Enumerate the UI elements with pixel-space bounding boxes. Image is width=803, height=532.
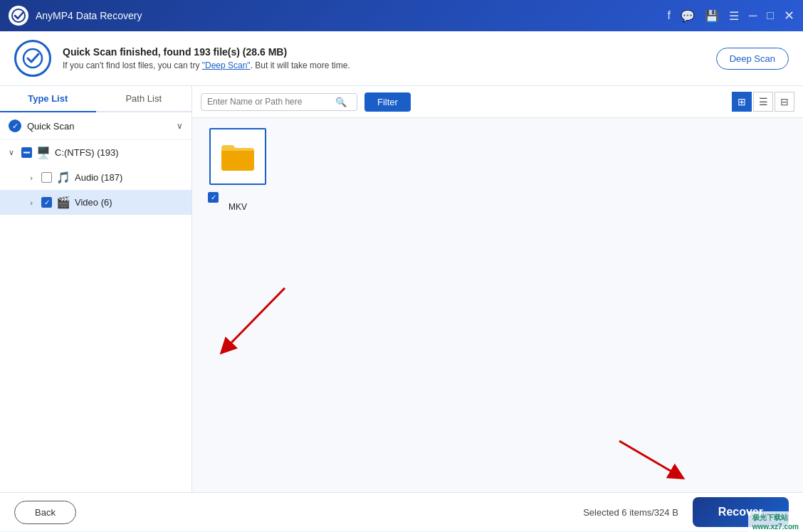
message-icon[interactable]: 💬 — [681, 9, 695, 23]
tab-path-list[interactable]: Path List — [96, 86, 192, 112]
scan-complete-icon — [14, 40, 51, 77]
drive-icon: 🖥️ — [36, 146, 51, 159]
titlebar-controls: f 💬 💾 ☰ ─ □ ✕ — [668, 8, 794, 23]
scan-mode-row[interactable]: ✓ Quick Scan ∨ — [0, 112, 191, 140]
drive-item[interactable]: ∨ 🖥️ C:(NTFS) (193) — [0, 140, 191, 165]
sidebar: Type List Path List ✓ Quick Scan ∨ ∨ 🖥️ … — [0, 86, 192, 492]
search-box[interactable]: 🔍 — [201, 93, 357, 111]
bottom-bar: Back Selected 6 items/324 B Recover — [0, 492, 803, 531]
minimize-icon[interactable]: ─ — [749, 9, 757, 22]
sidebar-tabs: Type List Path List — [0, 86, 191, 112]
file-thumbnail — [209, 128, 266, 185]
content-toolbar: 🔍 Filter ⊞ ☰ ⊟ — [192, 86, 803, 118]
video-icon: 🎬 — [56, 196, 70, 209]
scan-mode-check-icon: ✓ — [9, 119, 21, 132]
file-grid: ✓ MKV — [192, 118, 803, 492]
facebook-icon[interactable]: f — [668, 9, 671, 22]
search-icon: 🔍 — [335, 97, 347, 107]
deep-scan-button[interactable]: Deep Scan — [716, 48, 789, 70]
drive-label: C:(NTFS) (193) — [55, 147, 119, 158]
drive-checkbox[interactable] — [21, 147, 32, 158]
detail-view-button[interactable]: ⊟ — [775, 92, 794, 112]
drive-expand-icon: ∨ — [6, 148, 17, 157]
maximize-icon[interactable]: □ — [767, 9, 774, 22]
scan-mode-label: Quick Scan — [27, 121, 171, 132]
scan-hint: If you can't find lost files, you can tr… — [63, 60, 716, 70]
hint-after: . But it will take more time. — [251, 60, 350, 70]
view-mode-buttons: ⊞ ☰ ⊟ — [732, 92, 794, 112]
video-item[interactable]: › ✓ 🎬 Video (6) — [0, 190, 191, 215]
file-checkbox[interactable]: ✓ — [208, 192, 219, 203]
scan-header: Quick Scan finished, found 193 file(s) (… — [0, 31, 803, 86]
scan-result-text: Quick Scan finished, found 193 file(s) (… — [63, 46, 716, 70]
scan-title: Quick Scan finished, found 193 file(s) (… — [63, 46, 716, 58]
video-checkbox[interactable]: ✓ — [41, 197, 52, 208]
content-area: 🔍 Filter ⊞ ☰ ⊟ ✓ MKV — [192, 86, 803, 492]
svg-point-1 — [23, 49, 42, 68]
titlebar: AnyMP4 Data Recovery f 💬 💾 ☰ ─ □ ✕ — [0, 0, 803, 31]
search-input[interactable] — [207, 97, 335, 107]
hint-before: If you can't find lost files, you can tr… — [63, 60, 202, 70]
app-logo — [9, 6, 28, 26]
grid-view-button[interactable]: ⊞ — [732, 92, 752, 112]
audio-checkbox[interactable] — [41, 172, 52, 183]
status-text: Selected 6 items/324 B — [76, 507, 678, 518]
svg-point-0 — [12, 9, 25, 22]
audio-icon: 🎵 — [56, 171, 70, 184]
filter-button[interactable]: Filter — [364, 92, 411, 112]
video-label: Video (6) — [75, 197, 112, 208]
audio-expand-icon: › — [26, 174, 37, 182]
file-label: MKV — [229, 202, 247, 212]
deep-scan-link[interactable]: "Deep Scan" — [202, 60, 251, 70]
tab-type-list[interactable]: Type List — [0, 86, 96, 112]
close-icon[interactable]: ✕ — [784, 8, 794, 23]
menu-icon[interactable]: ☰ — [729, 9, 739, 23]
back-button[interactable]: Back — [14, 501, 76, 524]
scan-mode-chevron-icon: ∨ — [177, 121, 183, 131]
file-item-mkv[interactable]: ✓ MKV — [202, 128, 273, 212]
watermark: 极光下载站www.xz7.com — [748, 511, 803, 532]
audio-item[interactable]: › 🎵 Audio (187) — [0, 165, 191, 190]
list-view-button[interactable]: ☰ — [753, 92, 773, 112]
svg-rect-2 — [23, 152, 30, 154]
save-icon[interactable]: 💾 — [705, 9, 719, 23]
audio-label: Audio (187) — [75, 172, 122, 183]
video-expand-icon: › — [26, 198, 37, 207]
app-title: AnyMP4 Data Recovery — [36, 10, 668, 21]
